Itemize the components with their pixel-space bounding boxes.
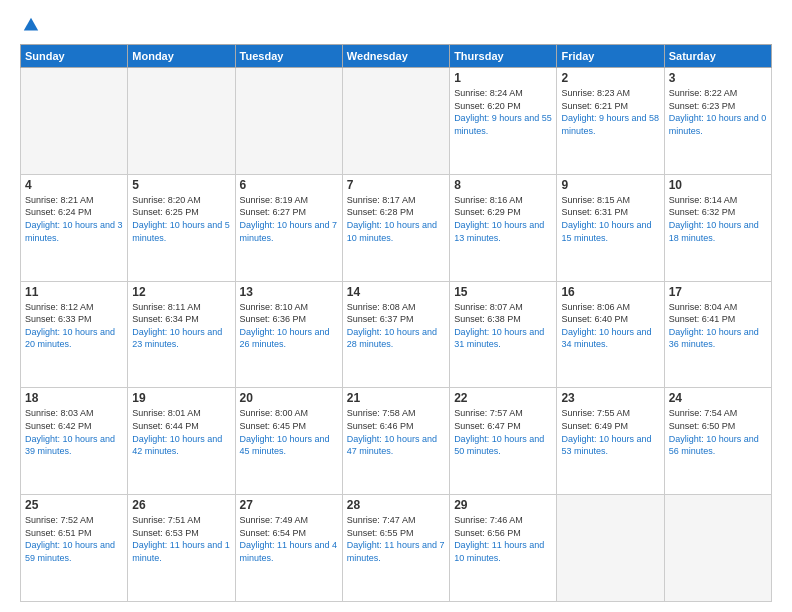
cell-info: Sunrise: 8:14 AMSunset: 6:32 PMDaylight:…: [669, 194, 767, 244]
day-number: 2: [561, 71, 659, 85]
daylight-label: Daylight: 10 hours and 31 minutes.: [454, 327, 544, 350]
daylight-label: Daylight: 10 hours and 23 minutes.: [132, 327, 222, 350]
daylight-label: Daylight: 10 hours and 15 minutes.: [561, 220, 651, 243]
cell-info: Sunrise: 8:06 AMSunset: 6:40 PMDaylight:…: [561, 301, 659, 351]
calendar-cell: 11Sunrise: 8:12 AMSunset: 6:33 PMDayligh…: [21, 281, 128, 388]
day-number: 14: [347, 285, 445, 299]
day-number: 22: [454, 391, 552, 405]
daylight-label: Daylight: 10 hours and 10 minutes.: [347, 220, 437, 243]
week-row-4: 18Sunrise: 8:03 AMSunset: 6:42 PMDayligh…: [21, 388, 772, 495]
calendar-cell: 15Sunrise: 8:07 AMSunset: 6:38 PMDayligh…: [450, 281, 557, 388]
day-number: 19: [132, 391, 230, 405]
day-number: 26: [132, 498, 230, 512]
day-number: 20: [240, 391, 338, 405]
calendar-cell: [21, 68, 128, 175]
calendar-cell: 12Sunrise: 8:11 AMSunset: 6:34 PMDayligh…: [128, 281, 235, 388]
daylight-label: Daylight: 10 hours and 42 minutes.: [132, 434, 222, 457]
weekday-sunday: Sunday: [21, 45, 128, 68]
daylight-label: Daylight: 10 hours and 59 minutes.: [25, 540, 115, 563]
calendar-cell: 24Sunrise: 7:54 AMSunset: 6:50 PMDayligh…: [664, 388, 771, 495]
logo-icon: [22, 16, 40, 34]
daylight-label: Daylight: 10 hours and 26 minutes.: [240, 327, 330, 350]
daylight-label: Daylight: 10 hours and 28 minutes.: [347, 327, 437, 350]
daylight-label: Daylight: 10 hours and 50 minutes.: [454, 434, 544, 457]
calendar-cell: 2Sunrise: 8:23 AMSunset: 6:21 PMDaylight…: [557, 68, 664, 175]
cell-info: Sunrise: 8:20 AMSunset: 6:25 PMDaylight:…: [132, 194, 230, 244]
day-number: 10: [669, 178, 767, 192]
cell-info: Sunrise: 8:07 AMSunset: 6:38 PMDaylight:…: [454, 301, 552, 351]
cell-info: Sunrise: 7:55 AMSunset: 6:49 PMDaylight:…: [561, 407, 659, 457]
cell-info: Sunrise: 7:54 AMSunset: 6:50 PMDaylight:…: [669, 407, 767, 457]
daylight-label: Daylight: 10 hours and 0 minutes.: [669, 113, 767, 136]
cell-info: Sunrise: 8:03 AMSunset: 6:42 PMDaylight:…: [25, 407, 123, 457]
calendar-cell: 19Sunrise: 8:01 AMSunset: 6:44 PMDayligh…: [128, 388, 235, 495]
calendar-cell: 26Sunrise: 7:51 AMSunset: 6:53 PMDayligh…: [128, 495, 235, 602]
cell-info: Sunrise: 7:46 AMSunset: 6:56 PMDaylight:…: [454, 514, 552, 564]
calendar-cell: 20Sunrise: 8:00 AMSunset: 6:45 PMDayligh…: [235, 388, 342, 495]
daylight-label: Daylight: 10 hours and 3 minutes.: [25, 220, 123, 243]
cell-info: Sunrise: 8:01 AMSunset: 6:44 PMDaylight:…: [132, 407, 230, 457]
weekday-header-row: SundayMondayTuesdayWednesdayThursdayFrid…: [21, 45, 772, 68]
cell-info: Sunrise: 8:21 AMSunset: 6:24 PMDaylight:…: [25, 194, 123, 244]
cell-info: Sunrise: 7:49 AMSunset: 6:54 PMDaylight:…: [240, 514, 338, 564]
cell-info: Sunrise: 8:11 AMSunset: 6:34 PMDaylight:…: [132, 301, 230, 351]
calendar-cell: 25Sunrise: 7:52 AMSunset: 6:51 PMDayligh…: [21, 495, 128, 602]
weekday-wednesday: Wednesday: [342, 45, 449, 68]
calendar-cell: 22Sunrise: 7:57 AMSunset: 6:47 PMDayligh…: [450, 388, 557, 495]
weekday-monday: Monday: [128, 45, 235, 68]
cell-info: Sunrise: 7:52 AMSunset: 6:51 PMDaylight:…: [25, 514, 123, 564]
cell-info: Sunrise: 7:58 AMSunset: 6:46 PMDaylight:…: [347, 407, 445, 457]
calendar-cell: 28Sunrise: 7:47 AMSunset: 6:55 PMDayligh…: [342, 495, 449, 602]
daylight-label: Daylight: 10 hours and 13 minutes.: [454, 220, 544, 243]
cell-info: Sunrise: 8:16 AMSunset: 6:29 PMDaylight:…: [454, 194, 552, 244]
day-number: 16: [561, 285, 659, 299]
day-number: 6: [240, 178, 338, 192]
week-row-2: 4Sunrise: 8:21 AMSunset: 6:24 PMDaylight…: [21, 174, 772, 281]
daylight-label: Daylight: 10 hours and 47 minutes.: [347, 434, 437, 457]
day-number: 15: [454, 285, 552, 299]
day-number: 25: [25, 498, 123, 512]
day-number: 7: [347, 178, 445, 192]
daylight-label: Daylight: 11 hours and 7 minutes.: [347, 540, 445, 563]
day-number: 23: [561, 391, 659, 405]
week-row-1: 1Sunrise: 8:24 AMSunset: 6:20 PMDaylight…: [21, 68, 772, 175]
cell-info: Sunrise: 8:00 AMSunset: 6:45 PMDaylight:…: [240, 407, 338, 457]
cell-info: Sunrise: 8:24 AMSunset: 6:20 PMDaylight:…: [454, 87, 552, 137]
daylight-label: Daylight: 11 hours and 4 minutes.: [240, 540, 338, 563]
day-number: 18: [25, 391, 123, 405]
daylight-label: Daylight: 9 hours and 58 minutes.: [561, 113, 659, 136]
calendar-cell: 7Sunrise: 8:17 AMSunset: 6:28 PMDaylight…: [342, 174, 449, 281]
cell-info: Sunrise: 7:51 AMSunset: 6:53 PMDaylight:…: [132, 514, 230, 564]
page: SundayMondayTuesdayWednesdayThursdayFrid…: [0, 0, 792, 612]
calendar-cell: 17Sunrise: 8:04 AMSunset: 6:41 PMDayligh…: [664, 281, 771, 388]
calendar-cell: 23Sunrise: 7:55 AMSunset: 6:49 PMDayligh…: [557, 388, 664, 495]
day-number: 8: [454, 178, 552, 192]
day-number: 21: [347, 391, 445, 405]
cell-info: Sunrise: 7:47 AMSunset: 6:55 PMDaylight:…: [347, 514, 445, 564]
week-row-3: 11Sunrise: 8:12 AMSunset: 6:33 PMDayligh…: [21, 281, 772, 388]
logo: [20, 16, 40, 34]
week-row-5: 25Sunrise: 7:52 AMSunset: 6:51 PMDayligh…: [21, 495, 772, 602]
calendar-cell: [664, 495, 771, 602]
cell-info: Sunrise: 8:22 AMSunset: 6:23 PMDaylight:…: [669, 87, 767, 137]
day-number: 27: [240, 498, 338, 512]
cell-info: Sunrise: 8:15 AMSunset: 6:31 PMDaylight:…: [561, 194, 659, 244]
calendar-cell: 8Sunrise: 8:16 AMSunset: 6:29 PMDaylight…: [450, 174, 557, 281]
calendar-cell: 14Sunrise: 8:08 AMSunset: 6:37 PMDayligh…: [342, 281, 449, 388]
cell-info: Sunrise: 8:19 AMSunset: 6:27 PMDaylight:…: [240, 194, 338, 244]
daylight-label: Daylight: 10 hours and 18 minutes.: [669, 220, 759, 243]
daylight-label: Daylight: 9 hours and 55 minutes.: [454, 113, 552, 136]
daylight-label: Daylight: 10 hours and 36 minutes.: [669, 327, 759, 350]
calendar-cell: 29Sunrise: 7:46 AMSunset: 6:56 PMDayligh…: [450, 495, 557, 602]
calendar-cell: 6Sunrise: 8:19 AMSunset: 6:27 PMDaylight…: [235, 174, 342, 281]
cell-info: Sunrise: 8:08 AMSunset: 6:37 PMDaylight:…: [347, 301, 445, 351]
calendar-cell: 9Sunrise: 8:15 AMSunset: 6:31 PMDaylight…: [557, 174, 664, 281]
day-number: 1: [454, 71, 552, 85]
cell-info: Sunrise: 7:57 AMSunset: 6:47 PMDaylight:…: [454, 407, 552, 457]
day-number: 13: [240, 285, 338, 299]
day-number: 24: [669, 391, 767, 405]
cell-info: Sunrise: 8:10 AMSunset: 6:36 PMDaylight:…: [240, 301, 338, 351]
header: [20, 16, 772, 34]
weekday-friday: Friday: [557, 45, 664, 68]
day-number: 11: [25, 285, 123, 299]
